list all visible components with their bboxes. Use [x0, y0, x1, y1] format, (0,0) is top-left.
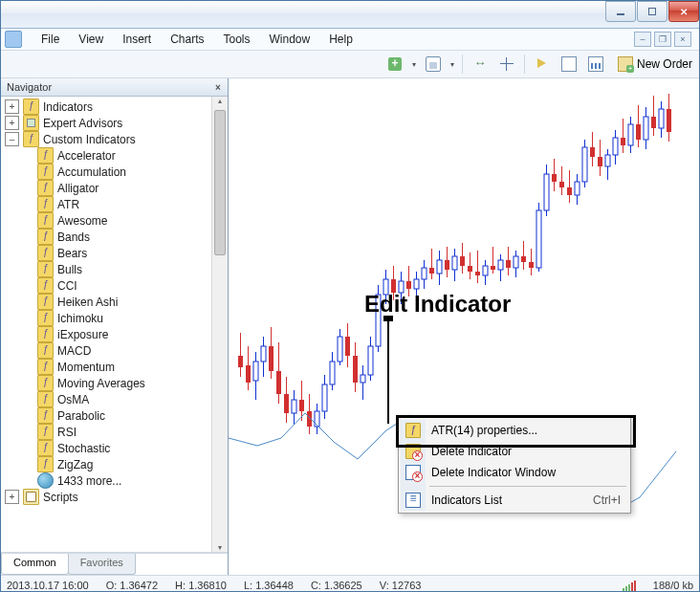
tb-doc[interactable] [558, 53, 580, 76]
menu-window[interactable]: Window [260, 31, 320, 48]
tree-twisty [21, 149, 33, 162]
tree-twisty [21, 474, 33, 487]
tree-item-stochastic[interactable]: Stochastic [5, 440, 211, 456]
menu-file[interactable]: File [32, 31, 69, 48]
menu-insert[interactable]: Insert [113, 31, 161, 48]
delete-window-icon [405, 465, 421, 480]
scrollbar-thumb[interactable] [214, 110, 226, 255]
tb-cursor[interactable] [531, 53, 554, 76]
menu-view[interactable]: View [69, 31, 113, 48]
tb-profiles-drop[interactable]: ▾ [448, 60, 456, 69]
tree-label: Indicators [43, 100, 93, 114]
subwin-close[interactable]: × [674, 32, 691, 47]
tree-item-ichimoku[interactable]: Ichimoku [5, 310, 211, 326]
tree-label: iExposure [57, 328, 108, 341]
status-net: 188/0 kb [653, 580, 693, 591]
status-volume: V: 12763 [380, 580, 422, 591]
tab-favorites[interactable]: Favorites [68, 554, 136, 575]
navigator-scrollbar[interactable] [211, 97, 228, 552]
tree-more[interactable]: 1433 more... [5, 472, 211, 489]
tree-item-iexposure[interactable]: iExposure [5, 326, 211, 342]
navigator-titlebar: Navigator × [1, 78, 228, 97]
svg-rect-99 [613, 138, 618, 155]
tree-item-zigzag[interactable]: ZigZag [5, 456, 211, 472]
tab-common[interactable]: Common [1, 554, 69, 575]
svg-rect-77 [529, 262, 534, 268]
svg-rect-27 [338, 337, 342, 362]
navigator-tree[interactable]: +Indicators+Expert Advisors–Custom Indic… [1, 97, 211, 552]
svg-rect-33 [361, 375, 365, 383]
tree-label: Stochastic [57, 442, 110, 455]
tree-item-heiken-ashi[interactable]: Heiken Ashi [5, 294, 211, 310]
tree-twisty [21, 263, 33, 275]
tb-new-chart-drop[interactable]: ▾ [410, 60, 418, 69]
maximize-button[interactable] [637, 1, 667, 22]
tree-twisty[interactable]: + [5, 99, 19, 114]
svg-rect-51 [429, 268, 434, 274]
indicator-icon [37, 212, 54, 229]
new-order-icon [618, 56, 633, 72]
tree-item-parabolic[interactable]: Parabolic [5, 407, 211, 424]
indicator-icon [37, 326, 54, 342]
tree-item-accumulation[interactable]: Accumulation [5, 164, 211, 180]
profiles-icon [426, 56, 441, 72]
ctx-properties-label: ATR(14) properties... [431, 424, 537, 437]
tree-label: ATR [57, 198, 79, 211]
tb-docchart[interactable] [584, 53, 607, 76]
minimize-button[interactable] [605, 1, 636, 22]
tree-indicators[interactable]: +Indicators [5, 99, 211, 115]
tree-label: 1433 more... [57, 474, 121, 488]
tree-item-awesome[interactable]: Awesome [5, 212, 211, 229]
doc-icon [561, 56, 577, 72]
menu-tools[interactable]: Tools [214, 31, 260, 48]
tree-item-cci[interactable]: CCI [5, 277, 211, 294]
indicator-icon [37, 391, 54, 407]
tb-new-chart[interactable] [383, 53, 406, 76]
tree-item-macd[interactable]: MACD [5, 342, 211, 359]
tree-item-bands[interactable]: Bands [5, 229, 211, 245]
svg-rect-73 [514, 256, 518, 268]
svg-rect-41 [391, 279, 396, 293]
subwin-restore[interactable]: ❐ [654, 32, 671, 47]
navigator-close[interactable]: × [211, 80, 225, 94]
tree-item-momentum[interactable]: Momentum [5, 359, 211, 375]
context-separator [429, 486, 626, 487]
menu-charts[interactable]: Charts [161, 31, 213, 48]
tree-twisty[interactable]: – [5, 132, 19, 146]
svg-rect-9 [269, 346, 273, 371]
tree-twisty[interactable]: + [5, 490, 19, 504]
tree-twisty [21, 409, 33, 422]
tree-twisty [21, 361, 33, 373]
close-button[interactable]: ✕ [668, 1, 699, 22]
tree-twisty[interactable]: + [5, 116, 19, 130]
script-icon [23, 489, 39, 505]
tree-item-moving-averages[interactable]: Moving Averages [5, 375, 211, 391]
tree-item-osma[interactable]: OsMA [5, 391, 211, 407]
tree-item-atr[interactable]: ATR [5, 196, 211, 212]
tree-twisty [21, 328, 33, 340]
tb-crosshair[interactable] [495, 53, 518, 76]
tree-item-accelerator[interactable]: Accelerator [5, 147, 211, 164]
tree-item-bears[interactable]: Bears [5, 245, 211, 261]
indicator-icon [37, 359, 54, 375]
menu-help[interactable]: Help [319, 31, 362, 48]
indicator-icon [37, 245, 54, 261]
tree-scripts[interactable]: +Scripts [5, 489, 211, 505]
tb-profiles[interactable] [422, 53, 445, 76]
tree-item-alligator[interactable]: Alligator [5, 180, 211, 196]
ctx-properties[interactable]: ATR(14) properties... [401, 420, 628, 441]
docchart-icon [588, 56, 603, 72]
ctx-indicators-list[interactable]: Indicators List Ctrl+I [401, 490, 628, 511]
ctx-delete-window[interactable]: Delete Indicator Window [401, 462, 628, 483]
new-order-button[interactable]: New Order [611, 53, 699, 76]
svg-rect-95 [598, 157, 602, 166]
ctx-delete[interactable]: Delete Indicator [401, 441, 628, 462]
tree-expert-advisors[interactable]: +Expert Advisors [5, 115, 211, 131]
tree-item-bulls[interactable]: Bulls [5, 261, 211, 277]
tree-item-rsi[interactable]: RSI [5, 424, 211, 440]
tree-label: Expert Advisors [43, 117, 122, 130]
subwin-minimize[interactable]: – [634, 32, 651, 47]
tree-custom-indicators[interactable]: –Custom Indicators [5, 131, 211, 147]
svg-rect-65 [483, 266, 488, 275]
tb-shift[interactable] [469, 53, 492, 76]
